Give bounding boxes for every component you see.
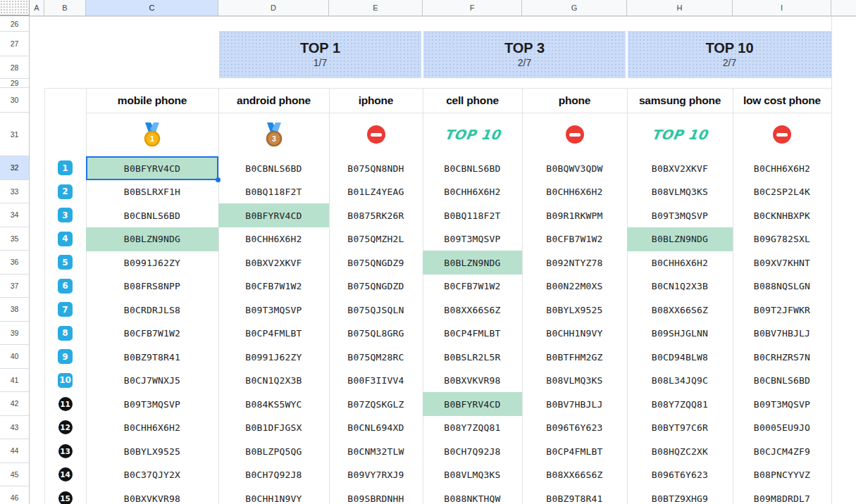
asin-cell[interactable]: B0BYLX9525 (86, 439, 218, 463)
asin-cell[interactable]: B08VLMQ3KS (423, 463, 522, 487)
asin-cell[interactable]: B0CRDRJLS8 (86, 298, 218, 322)
keyword-header-low-cost-phone[interactable]: low cost phone (733, 88, 831, 113)
row-header-39[interactable]: 39 (0, 322, 30, 346)
asin-cell[interactable]: B088NKTHQW (423, 486, 522, 504)
status-cell-mobile-phone[interactable]: 1 (86, 113, 218, 156)
status-cell-low-cost-phone[interactable] (733, 113, 831, 156)
row-header-36[interactable]: 36 (0, 251, 30, 275)
asin-cell[interactable]: B0CBNLS6BD (423, 156, 522, 180)
keyword-header-mobile-phone[interactable]: mobile phone (86, 88, 218, 113)
asin-cell[interactable]: B08Y7ZQQ81 (627, 392, 733, 416)
asin-cell[interactable]: B0CHH1N9VY (522, 322, 627, 346)
status-cell-iphone[interactable] (329, 113, 423, 156)
banner-top-10[interactable]: TOP 102/7 (628, 31, 831, 78)
asin-cell[interactable]: B075QM28RC (329, 345, 423, 369)
asin-cell[interactable]: B09G782SXL (733, 227, 831, 251)
column-header-C[interactable]: C (86, 0, 218, 16)
asin-cell[interactable]: B0CH7Q92J8 (218, 463, 329, 487)
asin-cell[interactable]: B0CNL694XD (329, 416, 423, 440)
row-header-45[interactable]: 45 (0, 463, 30, 487)
asin-cell[interactable]: B09T3MQSVP (733, 392, 831, 416)
rank-badge-2[interactable]: 2 (58, 184, 73, 199)
asin-cell[interactable]: B075QNGDZ9 (329, 251, 423, 275)
asin-cell[interactable]: B075QMZH2L (329, 227, 423, 251)
asin-cell[interactable]: B09M8DRDL7 (733, 486, 831, 504)
asin-cell[interactable]: B08HQZC2XK (627, 439, 733, 463)
asin-cell[interactable]: B09SBRDNHH (329, 486, 423, 504)
column-header-A[interactable]: A (30, 0, 44, 16)
keyword-header-iphone[interactable]: iphone (329, 88, 423, 113)
asin-cell[interactable]: B0C2SP2L4K (733, 180, 831, 204)
row-header-32[interactable]: 32 (0, 156, 30, 180)
asin-cell[interactable]: B0BTZ9XHG9 (627, 486, 733, 504)
row-header-33[interactable]: 33 (0, 180, 30, 204)
asin-cell[interactable]: B0BLZPQ5QG (218, 439, 329, 463)
keyword-header-phone[interactable]: phone (522, 88, 627, 113)
column-header-D[interactable]: D (218, 0, 329, 16)
row-header-31[interactable]: 31 (0, 113, 30, 156)
asin-cell[interactable]: B0B1DFJGSX (218, 416, 329, 440)
asin-cell[interactable]: B0875RK26R (329, 203, 423, 227)
asin-cell[interactable]: B07ZQSKGLZ (329, 392, 423, 416)
asin-cell[interactable]: B0BTFHM2GZ (522, 345, 627, 369)
row-header-43[interactable]: 43 (0, 416, 30, 440)
asin-cell[interactable]: B09XV7KHNT (733, 251, 831, 275)
status-cell-android-phone[interactable]: 3 (218, 113, 329, 156)
asin-cell[interactable]: B09T3MQSVP (423, 227, 522, 251)
asin-cell[interactable]: B0CHH1N9VY (218, 486, 329, 504)
asin-cell[interactable]: B08L34JQ9C (627, 369, 733, 393)
rank-badge-10[interactable]: 10 (58, 373, 73, 388)
rank-badge-7[interactable]: 7 (58, 302, 73, 317)
asin-cell[interactable]: B075QL8GRG (329, 322, 423, 346)
keyword-header-android-phone[interactable]: android phone (218, 88, 329, 113)
asin-cell[interactable]: B0CFB7W1W2 (218, 275, 329, 298)
asin-cell[interactable]: B096T6Y623 (627, 463, 733, 487)
asin-cell[interactable]: B0BZ9T8R41 (522, 486, 627, 504)
asin-cell[interactable]: B075QNGDZD (329, 275, 423, 298)
column-header-E[interactable]: E (329, 0, 423, 16)
asin-cell[interactable]: B0BXVKVR98 (423, 369, 522, 393)
asin-cell[interactable]: B088NQSLGN (733, 275, 831, 298)
status-cell-cell-phone[interactable]: TOP 10 (423, 113, 522, 156)
asin-cell[interactable]: B0BQ118F2T (218, 180, 329, 204)
row-header-28[interactable]: 28 (0, 56, 30, 79)
asin-cell[interactable]: B08PNCYYVZ (733, 463, 831, 487)
row-header-34[interactable]: 34 (0, 203, 30, 227)
asin-cell[interactable]: B09T3MQSVP (627, 203, 733, 227)
asin-cell[interactable]: B09T2JFWKR (733, 298, 831, 322)
asin-cell[interactable]: B0BYLX9525 (522, 298, 627, 322)
asin-cell[interactable]: B0C37QJY2X (86, 463, 218, 487)
asin-cell[interactable]: B092NTYZ78 (522, 251, 627, 275)
row-header-42[interactable]: 42 (0, 392, 30, 416)
status-cell-phone[interactable] (522, 113, 627, 156)
row-header-35[interactable]: 35 (0, 227, 30, 251)
asin-cell[interactable]: B0BZ9T8R41 (86, 345, 218, 369)
keyword-header-cell-phone[interactable]: cell phone (423, 88, 522, 113)
row-header-29[interactable]: 29 (0, 79, 30, 88)
asin-cell[interactable]: B09SHJGLNN (627, 322, 733, 346)
row-header-41[interactable]: 41 (0, 369, 30, 393)
asin-cell[interactable]: B00F3IIVV4 (329, 369, 423, 393)
asin-cell[interactable]: B0CN1Q2X3B (218, 369, 329, 393)
asin-cell[interactable]: B0CKNHBXPK (733, 203, 831, 227)
column-header-F[interactable]: F (423, 0, 522, 16)
column-header-H[interactable]: H (627, 0, 733, 16)
asin-cell[interactable]: B0BFYRV4CD (218, 203, 329, 227)
asin-cell[interactable]: B09T3MQSVP (218, 298, 329, 322)
asin-cell[interactable]: B09VY7RXJ9 (329, 463, 423, 487)
rank-badge-13[interactable]: 13 (58, 444, 73, 458)
keyword-header-samsung-phone[interactable]: samsung phone (627, 88, 733, 113)
row-header-27[interactable]: 27 (0, 32, 30, 56)
rank-badge-12[interactable]: 12 (58, 420, 73, 434)
asin-cell[interactable]: B08VLMQ3KS (522, 369, 627, 393)
column-header-I[interactable]: I (733, 0, 831, 16)
rank-badge-14[interactable]: 14 (58, 467, 73, 481)
asin-cell[interactable]: B0BXVKVR98 (86, 486, 218, 504)
asin-cell[interactable]: B08XX66S6Z (627, 298, 733, 322)
fill-handle[interactable] (216, 177, 221, 182)
asin-cell[interactable]: B0991J62ZY (218, 345, 329, 369)
asin-cell[interactable]: B075QN8NDH (329, 156, 423, 180)
asin-cell[interactable]: B0BXV2XKVF (218, 251, 329, 275)
asin-cell[interactable]: B09T3MQSVP (86, 392, 218, 416)
asin-cell[interactable]: B0CJ7WNXJ5 (86, 369, 218, 393)
